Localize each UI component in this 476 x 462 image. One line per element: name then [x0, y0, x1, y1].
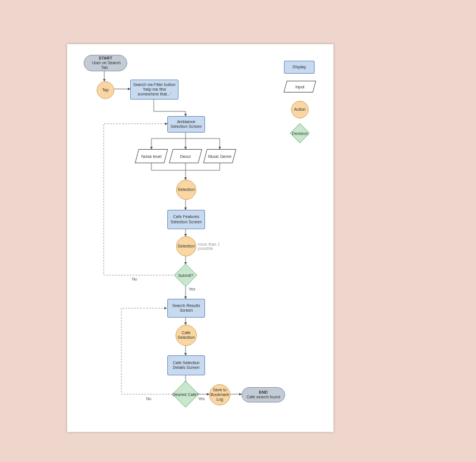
- legend-decision: Decision: [291, 124, 309, 142]
- legend-action: Action: [291, 101, 309, 118]
- decor-input: Decor: [171, 149, 200, 163]
- results-label: Search Results Screen: [168, 302, 204, 314]
- music-input: Music Genre: [205, 149, 234, 163]
- legend-display-label: Display: [291, 64, 308, 71]
- cafe-selection-action: Cafe Selection: [176, 325, 197, 346]
- legend-input-label: Input: [285, 81, 315, 93]
- legend-display: Display: [284, 61, 315, 74]
- selection2-label: Selection: [176, 243, 197, 250]
- desired-label: Desired Cafe?: [173, 392, 199, 397]
- details-display: Cafe Selection Details Screen: [167, 355, 205, 375]
- selection1-label: Selection: [176, 186, 197, 193]
- cafe-features-display: Cafe Features Selection Screen: [167, 210, 205, 229]
- selection2-action: Selection: [176, 236, 196, 256]
- ambiance-label: Ambiance Selection Screen: [168, 118, 204, 130]
- selection2-note: more than 1 possible: [198, 242, 227, 250]
- end-terminator: END Cafe search found: [242, 387, 285, 402]
- noise-label: Noise level: [137, 149, 166, 163]
- decor-label: Decor: [171, 149, 200, 163]
- legend-decision-label: Decision: [292, 131, 308, 136]
- submit-decision: Submit?: [175, 265, 196, 286]
- start-terminator: START User on Search Tab: [84, 55, 127, 71]
- ambiance-display: Ambiance Selection Screen: [167, 116, 205, 133]
- desired-no-label: No: [146, 397, 151, 401]
- legend-input: Input: [285, 81, 315, 93]
- flowchart-canvas: START User on Search Tab Tap Search via …: [67, 44, 333, 432]
- cafe-features-label: Cafe Features Selection Screen: [168, 213, 204, 225]
- submit-label: Submit?: [178, 273, 193, 278]
- selection1-action: Selection: [176, 180, 196, 200]
- save-label: Save to Bookmark Log: [209, 387, 231, 403]
- desired-decision: Desired Cafe?: [173, 382, 198, 407]
- save-action: Save to Bookmark Log: [209, 384, 230, 405]
- start-subtitle: User on Search Tab: [90, 60, 121, 71]
- music-label: Music Genre: [205, 149, 234, 163]
- cafe-selection-label: Cafe Selection: [176, 329, 197, 341]
- submit-yes-label: Yes: [189, 287, 195, 291]
- tap-action: Tap: [97, 81, 114, 99]
- end-subtitle: Cafe search found: [244, 394, 282, 400]
- results-display: Search Results Screen: [167, 299, 205, 318]
- details-label: Cafe Selection Details Screen: [168, 359, 204, 371]
- search-filter-display: Search via Filter button 'help me find s…: [130, 80, 178, 100]
- submit-no-label: No: [132, 277, 137, 281]
- tap-label: Tap: [100, 87, 110, 94]
- noise-input: Noise level: [137, 149, 166, 163]
- desired-yes-label: Yes: [198, 397, 204, 401]
- search-filter-label: Search via Filter button 'help me find s…: [131, 81, 178, 98]
- legend-action-label: Action: [292, 106, 307, 113]
